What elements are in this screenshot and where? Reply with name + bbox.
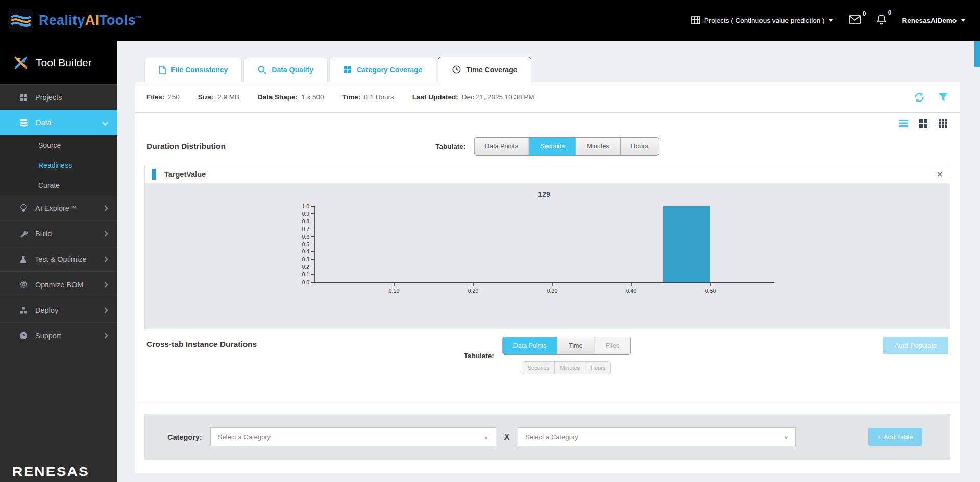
sidebar-item-label: Optimize BOM <box>35 281 95 289</box>
category-label: Category: <box>167 433 202 441</box>
search-icon <box>258 66 266 74</box>
tool-builder-header: Tool Builder <box>0 41 117 84</box>
wrench-icon <box>19 230 28 238</box>
tab-data-quality[interactable]: Data Quality <box>243 58 328 82</box>
sidebar-item-ai-explore[interactable]: AI Explore™ <box>0 195 117 220</box>
sidebar-item-optimize-bom[interactable]: Optimize BOM <box>0 271 117 297</box>
apps-grid-icon <box>691 16 700 24</box>
crosstab-files-button[interactable]: Files <box>594 337 630 354</box>
sidebar-item-test-optimize[interactable]: Test & Optimize <box>0 246 117 271</box>
sidebar-item-label: Projects <box>35 93 107 102</box>
tab-bar: File Consistency Data Quality Category C… <box>144 56 960 82</box>
section-divider <box>135 400 960 400</box>
dataset-info-bar: Files:250 Size:2.9 MB Data Shape:1 x 500… <box>135 82 960 113</box>
tabulate-data-points-button[interactable]: Data Points <box>474 138 529 155</box>
bell-count-badge: 0 <box>888 9 892 16</box>
crosstab-hours-button[interactable]: Hours <box>585 362 610 374</box>
sidebar-item-projects[interactable]: Projects <box>0 84 117 110</box>
brand-text: RealityAITools™ <box>39 13 141 29</box>
crosstab-data-points-button[interactable]: Data Points <box>503 337 557 354</box>
crosstab-time-button[interactable]: Time <box>557 337 594 354</box>
user-name: RenesasAIDemo <box>902 17 957 24</box>
histogram-area: 129 0.00.10.20.30.40.50.60.70.80.91.00.1… <box>145 184 950 329</box>
stat-data-shape: Data Shape:1 x 500 <box>258 93 324 101</box>
content-card: Files:250 Size:2.9 MB Data Shape:1 x 500… <box>135 82 960 473</box>
histogram-plot: 0.00.10.20.30.40.50.60.70.80.91.00.100.2… <box>314 206 774 283</box>
notifications-button[interactable]: 0 <box>876 14 887 27</box>
chevron-down-icon: ∨ <box>784 434 789 441</box>
filter-icon[interactable] <box>938 92 948 102</box>
category-grid-icon <box>344 66 352 74</box>
close-icon[interactable]: × <box>937 169 943 180</box>
chevron-down-icon <box>102 120 108 125</box>
sidebar: Tool Builder Projects Data Source Readin… <box>0 41 117 482</box>
stat-last-updated: Last Updated:Dec 21, 2025 10:38 PM <box>412 93 534 101</box>
sidebar-item-label: Data <box>36 119 95 127</box>
user-menu[interactable]: RenesasAIDemo <box>902 17 966 24</box>
database-icon <box>19 119 28 127</box>
chevron-right-icon <box>102 205 108 211</box>
sidebar-item-data[interactable]: Data <box>0 110 117 135</box>
grid-2x2-view-button[interactable] <box>919 119 927 128</box>
stat-size: Size:2.9 MB <box>198 93 239 101</box>
tabulate-label: Tabulate: <box>435 143 465 150</box>
sidebar-item-build[interactable]: Build <box>0 220 117 246</box>
bell-icon <box>876 14 887 25</box>
scrollbar-thumb[interactable] <box>974 41 980 67</box>
chevron-down-icon: ∨ <box>484 434 488 441</box>
sidebar-item-label: Build <box>35 230 95 238</box>
refresh-icon[interactable] <box>914 92 925 103</box>
auto-populate-button[interactable]: Auto-Populate <box>883 337 948 354</box>
mail-count-badge: 0 <box>863 10 866 17</box>
tab-category-coverage[interactable]: Category Coverage <box>329 58 436 82</box>
sidebar-item-deploy[interactable]: Deploy <box>0 297 117 322</box>
tabulate-hours-button[interactable]: Hours <box>620 138 658 155</box>
crosstab-title: Cross-tab Instance Durations <box>146 340 257 348</box>
chevron-right-icon <box>102 333 108 338</box>
tab-file-consistency[interactable]: File Consistency <box>144 58 242 82</box>
renesas-logo: RENESAS <box>12 464 89 479</box>
category-cross-separator[interactable]: X <box>504 433 510 442</box>
crosstab-minutes-button[interactable]: Minutes <box>554 362 585 374</box>
chevron-right-icon <box>102 256 108 262</box>
top-bar: RealityAITools™ Projects ( Continuous va… <box>0 0 980 41</box>
sidebar-item-support[interactable]: ? Support <box>0 322 117 348</box>
tabulate-minutes-button[interactable]: Minutes <box>576 138 620 155</box>
sidebar-subitem-source[interactable]: Source <box>0 135 117 155</box>
sidebar-item-label: Support <box>35 332 95 340</box>
question-circle-icon: ? <box>19 332 28 340</box>
chip-icon <box>19 281 28 289</box>
sidebar-subitem-curate[interactable]: Curate <box>0 175 117 195</box>
category-select-2[interactable]: Select a Category ∨ <box>518 427 796 446</box>
view-toggle-row <box>135 113 960 134</box>
clock-icon <box>452 65 461 74</box>
chevron-down-icon <box>828 19 834 22</box>
panel-title: TargetValue <box>164 170 937 179</box>
list-view-button[interactable] <box>899 120 908 127</box>
crosstab-secondary-group: Seconds Minutes Hours <box>522 361 611 374</box>
grid-3x3-view-button[interactable] <box>939 119 947 128</box>
projects-menu-label: Projects ( Continuous value prediction ) <box>704 17 825 24</box>
chevron-right-icon <box>102 282 108 287</box>
sidebar-item-label: AI Explore™ <box>35 204 95 212</box>
svg-text:?: ? <box>22 333 25 338</box>
crosstab-seconds-button[interactable]: Seconds <box>523 362 555 374</box>
chevron-down-icon <box>961 19 966 22</box>
tabulate-seconds-button[interactable]: Seconds <box>529 138 576 155</box>
stat-time: Time:0.1 Hours <box>342 93 394 101</box>
lightbulb-icon <box>19 204 28 212</box>
projects-menu[interactable]: Projects ( Continuous value prediction ) <box>691 16 834 24</box>
projects-grid-icon <box>19 93 28 102</box>
category-panel: Category: Select a Category ∨ X Select a… <box>144 414 950 460</box>
add-table-button[interactable]: + Add Table <box>868 428 922 446</box>
messages-button[interactable]: 0 <box>849 15 861 26</box>
data-submenu: Source Readiness Curate <box>0 135 117 195</box>
tab-time-coverage[interactable]: Time Coverage <box>438 57 531 82</box>
crosstab-tabulate-label: Tabulate: <box>464 352 494 360</box>
target-value-panel: TargetValue × 129 0.00.10.20.30.40.50.60… <box>144 165 950 329</box>
chevron-right-icon <box>102 231 108 236</box>
main-content: File Consistency Data Quality Category C… <box>117 0 980 482</box>
crosstab-section: Cross-tab Instance Durations Tabulate: D… <box>135 329 960 395</box>
sidebar-subitem-readiness[interactable]: Readiness <box>0 155 117 175</box>
category-select-1[interactable]: Select a Category ∨ <box>210 427 496 446</box>
